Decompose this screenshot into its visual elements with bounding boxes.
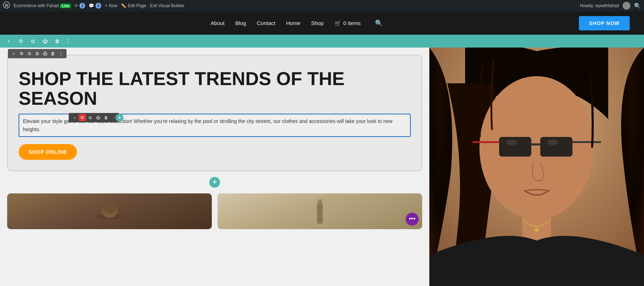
- svg-rect-7: [318, 197, 321, 200]
- svg-point-4: [103, 203, 116, 213]
- hero-card: ＋ ⚙ ⧉ ⊞ ⏻ 🗑 ⋮ SHOP THE LATEST TRENDS OF …: [7, 55, 422, 171]
- element-toolbar: ＋ ⚙ ⧉ ⊞ ⏻ 🗑 ⋮: [8, 49, 67, 58]
- right-panel: [429, 48, 644, 286]
- bottom-image-bottle: •••: [218, 193, 422, 229]
- pb-gear-icon[interactable]: ⚙: [16, 37, 25, 45]
- et-copy-icon[interactable]: ⧉: [26, 50, 33, 57]
- site-name[interactable]: Ecommerce with Fahad Live: [14, 3, 71, 8]
- main-content: ＋ ⚙ ⧉ ⊞ ⏻ 🗑 ⋮ SHOP THE LATEST TRENDS OF …: [0, 48, 644, 286]
- search-icon[interactable]: 🔍: [634, 3, 641, 9]
- et-gear-icon[interactable]: ⚙: [18, 50, 25, 57]
- svg-text:W: W: [5, 3, 9, 8]
- bottom-images: •••: [7, 193, 422, 229]
- nav-about[interactable]: About: [211, 20, 225, 26]
- tt-trash-icon[interactable]: 🗑: [102, 114, 109, 121]
- text-toolbar: ＋ ⚙ ⧉ ⏻ 🗑 ⋮ ＋: [69, 113, 119, 122]
- wp-logo-icon[interactable]: W: [3, 1, 10, 10]
- cart-icon: 🛒: [335, 20, 341, 26]
- svg-rect-15: [572, 141, 601, 143]
- et-columns-icon[interactable]: ⊞: [34, 50, 41, 57]
- shop-online-button[interactable]: SHOP ONLINE: [19, 144, 77, 160]
- pb-dots-icon[interactable]: ⋮: [65, 38, 71, 45]
- svg-rect-12: [540, 137, 572, 157]
- et-dots-icon[interactable]: ⋮: [57, 50, 64, 57]
- admin-bar-right: Howdy, wpwithfahad 🔍: [580, 2, 641, 10]
- et-add-icon[interactable]: ＋: [10, 50, 17, 57]
- add-section-button[interactable]: +: [209, 177, 220, 188]
- tt-power-icon[interactable]: ⏻: [94, 114, 102, 121]
- shop-now-button[interactable]: SHOP NOW: [579, 16, 630, 30]
- comment-badge: 0: [96, 3, 101, 9]
- nav-blog[interactable]: Blog: [235, 20, 246, 26]
- svg-rect-11: [499, 137, 531, 157]
- hat-photo: [7, 193, 212, 229]
- svg-point-17: [547, 139, 558, 145]
- avatar[interactable]: [623, 2, 630, 10]
- svg-rect-14: [472, 141, 499, 143]
- section-plus: +: [7, 177, 422, 188]
- updates-count[interactable]: ⟳ 2: [74, 3, 85, 9]
- left-panel: ＋ ⚙ ⧉ ⊞ ⏻ 🗑 ⋮ SHOP THE LATEST TRENDS OF …: [0, 48, 429, 286]
- edit-page[interactable]: ✏️ Edit Page: [121, 3, 146, 8]
- howdy-text: Howdy, wpwithfahad: [580, 3, 619, 8]
- nav-bar: About Blog Contact Home Shop 🛒 0 items 🔍…: [0, 11, 644, 35]
- nav-home[interactable]: Home: [286, 20, 300, 26]
- tt-copy-icon[interactable]: ⧉: [87, 114, 94, 121]
- nav-contact[interactable]: Contact: [257, 20, 275, 26]
- exit-builder[interactable]: Exit Visual Builder: [150, 3, 185, 8]
- purple-dots-button[interactable]: •••: [406, 213, 419, 226]
- tt-gear-icon[interactable]: ⚙: [79, 114, 86, 121]
- text-element-wrapper: ＋ ⚙ ⧉ ⏻ 🗑 ⋮ ＋ Elevate your style game wi…: [19, 114, 411, 137]
- et-power-icon[interactable]: ⏻: [42, 50, 49, 57]
- tt-insert-plus[interactable]: ＋: [116, 114, 123, 122]
- page-builder-bar: ＋ ⚙ ⧉ ⏻ 🗑 ⋮: [0, 35, 644, 48]
- svg-point-9: [479, 76, 594, 219]
- pb-copy-icon[interactable]: ⧉: [29, 37, 37, 45]
- pb-trash-icon[interactable]: 🗑: [53, 37, 62, 45]
- pb-power-icon[interactable]: ⏻: [41, 37, 49, 45]
- nav-shop[interactable]: Shop: [311, 20, 324, 26]
- svg-point-18: [535, 228, 539, 232]
- bottom-image-hat: [7, 193, 212, 229]
- cart-count: 0 items: [343, 20, 361, 26]
- admin-bar-left: W Ecommerce with Fahad Live ⟳ 2 💬 0 + Ne…: [3, 1, 576, 10]
- svg-point-16: [506, 139, 517, 145]
- nav-cart[interactable]: 🛒 0 items: [335, 20, 361, 26]
- bottle-photo: [218, 193, 422, 229]
- svg-rect-13: [531, 143, 540, 146]
- update-badge: 2: [79, 3, 85, 9]
- admin-bar: W Ecommerce with Fahad Live ⟳ 2 💬 0 + Ne…: [0, 0, 644, 11]
- comments-count[interactable]: 💬 0: [89, 3, 101, 9]
- fashion-photo: [429, 48, 644, 286]
- hero-title: SHOP THE LATEST TRENDS OF THE SEASON: [19, 69, 411, 108]
- nav-search-icon[interactable]: 🔍: [375, 19, 383, 27]
- tt-add-icon[interactable]: ＋: [71, 114, 78, 121]
- new-item[interactable]: + New: [105, 3, 117, 8]
- live-badge: Live: [60, 4, 71, 8]
- pb-add-icon[interactable]: ＋: [4, 37, 13, 45]
- nav-links: About Blog Contact Home Shop 🛒 0 items 🔍: [14, 19, 579, 27]
- et-trash-icon[interactable]: 🗑: [49, 50, 57, 57]
- svg-rect-5: [317, 202, 323, 224]
